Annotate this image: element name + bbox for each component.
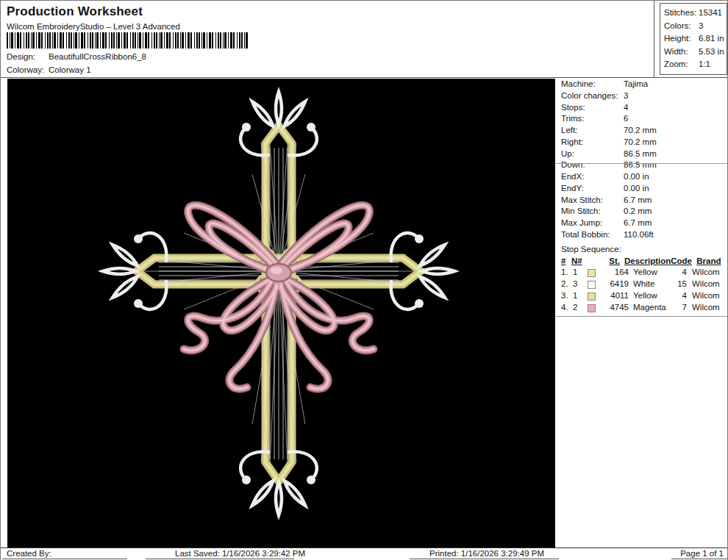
production-worksheet-page: Production Worksheet Wilcom EmbroiderySt… xyxy=(0,0,728,560)
stop-sequence-row: 4. 2 4745 Magenta 7 Wilcom xyxy=(561,302,727,314)
design-stats-box: Stitches:15341 Colors:3 Height:6.81 in W… xyxy=(660,3,727,75)
software-name: Wilcom EmbroideryStudio – Level 3 Advanc… xyxy=(7,22,180,31)
design-value: BeautifullCrossRibbon6_8 xyxy=(49,52,146,61)
page-title: Production Worksheet xyxy=(7,4,143,19)
stats-row: Zoom:1:1 xyxy=(664,58,727,71)
stats-row: Height:6.81 in xyxy=(664,32,727,46)
design-canvas xyxy=(7,79,555,548)
machine-info-row: Total Bobbin:110.06ft xyxy=(561,229,727,241)
stats-row: Width:5.53 in xyxy=(664,46,727,59)
footer-underline xyxy=(146,559,294,559)
stop-sequence-row: 1. 1 164 Yellow 4 Wilcom xyxy=(561,267,727,279)
design-name-row: Design:BeautifullCrossRibbon6_8 xyxy=(7,52,146,61)
header-divider xyxy=(654,1,654,77)
panel-rule-bottom xyxy=(556,316,727,317)
thread-color-swatch xyxy=(588,292,596,301)
header-bottom-border xyxy=(1,77,728,78)
footer-underline xyxy=(671,559,727,559)
embroidery-cross-design xyxy=(7,79,555,548)
panel-rule-top xyxy=(556,163,727,164)
colorway-value: Colorway 1 xyxy=(49,65,91,74)
stop-sequence-table: # N# St. Description Code Brand 1. 1 164… xyxy=(561,256,727,314)
machine-info-row: Down:86.5 mm xyxy=(561,159,727,171)
colorway-label: Colorway: xyxy=(7,65,49,74)
stop-sequence-row: 3. 1 4011 Yellow 4 Wilcom xyxy=(561,290,727,302)
machine-info-row: Max Jump:6.7 mm xyxy=(561,218,727,229)
footer-underline xyxy=(2,559,127,559)
stop-sequence-title: Stop Sequence: xyxy=(561,243,727,255)
colorway-row: Colorway:Colorway 1 xyxy=(7,65,91,74)
machine-info-row: Left:70.2 mm xyxy=(561,125,727,137)
footer-underline xyxy=(410,559,559,559)
machine-info-panel: Machine:Tajima Color changes:3 Stops:4 T… xyxy=(556,79,727,548)
last-saved-label: Last Saved: 1/16/2026 3:29:42 PM xyxy=(175,549,305,558)
thread-color-swatch xyxy=(588,269,596,277)
footer-top-border xyxy=(1,548,728,548)
stats-row: Stitches:15341 xyxy=(664,7,727,20)
stop-sequence-row: 2. 3 6419 White 15 Wilcom xyxy=(561,279,727,290)
thread-color-swatch xyxy=(588,281,596,289)
page-number: Page 1 of 1 xyxy=(680,549,724,558)
machine-info-row: Up:86.5 mm xyxy=(561,148,727,160)
created-by-label: Created By: xyxy=(7,549,51,558)
stats-row: Colors:3 xyxy=(664,20,727,33)
machine-info-row: Stops:4 xyxy=(561,102,727,114)
thread-color-swatch xyxy=(588,304,596,312)
design-barcode xyxy=(7,32,249,49)
stop-sequence-header: # N# St. Description Code Brand xyxy=(561,256,727,268)
machine-info-row: Max Stitch:6.7 mm xyxy=(561,195,727,207)
machine-info-row: EndY:0.00 in xyxy=(561,183,727,195)
machine-info-row: Machine:Tajima xyxy=(561,79,727,90)
machine-info-row: Right:70.2 mm xyxy=(561,137,727,148)
machine-info-row: EndX:0.00 in xyxy=(561,171,727,183)
machine-info-row: Trims:6 xyxy=(561,113,727,125)
design-label: Design: xyxy=(7,52,49,61)
machine-info-row: Min Stitch:0.2 mm xyxy=(561,206,727,218)
machine-info-row: Color changes:3 xyxy=(561,90,727,102)
printed-label: Printed: 1/16/2026 3:29:49 PM xyxy=(429,549,544,558)
